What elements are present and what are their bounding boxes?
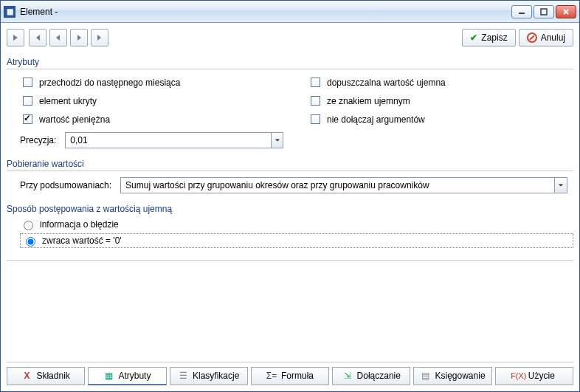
tab-classifications[interactable]: ☰ Klasyfikacje	[170, 367, 248, 385]
summary-row: Przy podsumowaniach:	[7, 177, 573, 193]
cb-next-month[interactable]: przechodzi do następnego miesiąca	[20, 75, 308, 89]
record-nav-group	[29, 29, 108, 47]
tab-usage[interactable]: F(X) Użycie	[495, 367, 573, 385]
cb-hidden-label: element ukryty	[39, 96, 97, 106]
cancel-label: Anuluj	[541, 32, 565, 43]
svg-rect-0	[541, 9, 547, 15]
cb-neg-sign-label: ze znakiem ujemnym	[327, 96, 410, 106]
radio-return-zero-label: zwraca wartość = '0'	[42, 235, 122, 246]
precision-combo[interactable]	[65, 132, 283, 148]
attributes-grid: przechodzi do następnego miesiąca dopusz…	[7, 75, 573, 126]
precision-input[interactable]	[65, 132, 271, 148]
maximize-button[interactable]	[534, 5, 554, 18]
save-label: Zapisz	[481, 32, 507, 43]
tab-usage-label: Użycie	[528, 371, 555, 381]
radio-error-info-input[interactable]	[24, 221, 33, 230]
tab-attributes[interactable]: ▦ Atrybuty	[88, 367, 166, 385]
tab-component[interactable]: X Składnik	[7, 367, 85, 385]
tab-attach[interactable]: ⇲ Dołączanie	[332, 367, 410, 385]
cb-hidden[interactable]: element ukryty	[20, 94, 308, 108]
component-icon: X	[21, 371, 32, 381]
summary-dropdown-button[interactable]	[554, 177, 567, 193]
minimize-button[interactable]	[511, 5, 532, 18]
prev-button[interactable]	[49, 29, 67, 47]
cb-hidden-input[interactable]	[23, 96, 32, 106]
precision-row: Precyzja:	[7, 132, 573, 148]
save-button[interactable]: ✔ Zapisz	[462, 29, 515, 47]
radio-return-zero-input[interactable]	[26, 237, 35, 247]
cb-no-args-input[interactable]	[311, 114, 320, 124]
cb-no-args-label: nie dołączaj argumentów	[327, 114, 425, 125]
section-value-fetch: Pobieranie wartości	[7, 157, 573, 171]
cancel-icon	[527, 32, 537, 43]
tab-accounting[interactable]: ▤ Księgowanie	[413, 367, 491, 385]
cb-monetary[interactable]: wartość pieniężna	[20, 112, 308, 126]
cb-next-month-label: przechodzi do następnego miesiąca	[39, 78, 180, 88]
tab-classifications-label: Klasyfikacje	[193, 371, 239, 381]
content-area: ✔ Zapisz Anuluj Atrybuty przechodzi do n…	[1, 23, 579, 391]
formula-icon: Σ=	[266, 371, 277, 381]
cb-monetary-input[interactable]	[23, 114, 32, 124]
titlebar: ▦ Element -	[1, 1, 579, 23]
cb-monetary-label: wartość pieniężna	[39, 114, 110, 125]
radio-error-info-label: informacja o błędzie	[40, 219, 119, 230]
accounting-icon: ▤	[421, 371, 431, 381]
section-attributes: Atrybuty	[7, 55, 573, 69]
close-button[interactable]	[556, 5, 576, 18]
attributes-icon: ▦	[103, 371, 114, 381]
precision-dropdown-button[interactable]	[271, 132, 283, 148]
divider	[7, 260, 573, 261]
play-button[interactable]	[7, 29, 24, 47]
cb-no-args[interactable]: nie dołączaj argumentów	[308, 112, 573, 126]
cb-allow-neg-label: dopuszczalna wartość ujemna	[327, 78, 446, 88]
radio-error-info[interactable]: informacja o błędzie	[20, 219, 573, 230]
tab-attach-label: Dołączanie	[357, 371, 401, 381]
cb-allow-neg-input[interactable]	[311, 78, 320, 87]
toolbar: ✔ Zapisz Anuluj	[7, 29, 573, 47]
precision-label: Precyzja:	[20, 135, 56, 145]
usage-icon: F(X)	[514, 371, 524, 381]
last-button[interactable]	[91, 29, 108, 47]
tabbar: X Składnik ▦ Atrybuty ☰ Klasyfikacje Σ= …	[7, 362, 573, 385]
window-buttons	[511, 5, 576, 18]
app-icon: ▦	[4, 6, 15, 18]
cb-neg-sign-input[interactable]	[311, 96, 320, 106]
empty-area	[7, 268, 573, 362]
first-button[interactable]	[29, 29, 46, 47]
next-button[interactable]	[70, 29, 88, 47]
radio-return-zero-wrap[interactable]: zwraca wartość = '0'	[20, 233, 573, 248]
cb-neg-sign[interactable]: ze znakiem ujemnym	[308, 94, 573, 108]
tab-attributes-label: Atrybuty	[118, 371, 151, 381]
tab-formula-label: Formuła	[281, 371, 314, 381]
attach-icon: ⇲	[342, 371, 353, 381]
summary-input[interactable]	[120, 177, 554, 193]
neg-radio-group: informacja o błędzie zwraca wartość = '0…	[7, 219, 573, 248]
cb-next-month-input[interactable]	[23, 78, 32, 87]
nav-group	[7, 29, 24, 47]
section-neg-handling: Sposób postępowania z wartością ujemną	[7, 202, 573, 216]
window-title: Element -	[20, 7, 511, 17]
cb-allow-neg[interactable]: dopuszczalna wartość ujemna	[308, 75, 573, 89]
summary-combo[interactable]	[120, 177, 567, 193]
cancel-button[interactable]: Anuluj	[519, 29, 573, 47]
classifications-icon: ☰	[178, 371, 188, 381]
check-icon: ✔	[470, 32, 477, 43]
tab-component-label: Składnik	[36, 371, 69, 381]
summary-label: Przy podsumowaniach:	[20, 180, 111, 190]
tab-accounting-label: Księgowanie	[435, 371, 486, 381]
tab-formula[interactable]: Σ= Formuła	[251, 367, 329, 385]
